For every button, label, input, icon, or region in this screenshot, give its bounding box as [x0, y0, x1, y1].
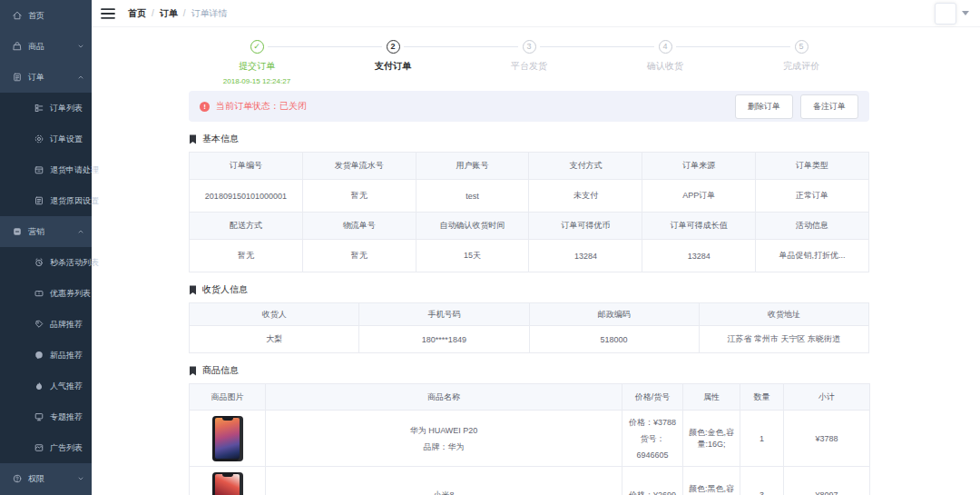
note-order-button[interactable]: 备注订单 [800, 94, 858, 119]
value-cell: test [416, 180, 529, 213]
header-cell: 订单来源 [642, 153, 756, 180]
product-subtotal-cell: ¥3788 [784, 411, 870, 467]
product-price-cell: 价格：¥3788 货号：6946605 [622, 411, 683, 467]
header-cell: 订单编号 [190, 153, 303, 180]
xiaomi-mi8-photo [212, 472, 243, 495]
value-cell: 暂无 [190, 240, 303, 272]
breadcrumb-separator: / [152, 8, 154, 18]
product-sn: 货号：6946605 [624, 431, 681, 463]
section-title: 基本信息 [202, 133, 239, 145]
chevron-down-icon [77, 43, 84, 50]
sidebar-item-coupons[interactable]: 优惠券列表 [0, 278, 92, 309]
sidebar-item-label: 订单 [28, 72, 44, 84]
order-status-text: 当前订单状态：已关闭 [216, 100, 307, 113]
step-date: 2018-09-15 12:24:27 [189, 77, 325, 85]
step-label: 平台发货 [461, 60, 597, 73]
sidebar-item-label: 秒杀活动列表 [50, 257, 99, 269]
section-consignee-info: 收货人信息 [189, 283, 869, 296]
product-image-cell [190, 467, 266, 495]
sidebar-item-label: 营销 [28, 226, 44, 238]
header-cell: 收货地址 [699, 303, 868, 326]
gear-icon [34, 134, 44, 144]
header-cell: 手机号码 [359, 303, 529, 326]
step-label: 完成评价 [733, 60, 869, 73]
sidebar-item-home[interactable]: 首页 [0, 0, 92, 31]
sidebar-item-new-recommend[interactable]: 新品推荐 [0, 340, 92, 371]
product-name-cell: 小米8 [266, 467, 622, 495]
table-header-row: 订单编号 发货单流水号 用户账号 支付方式 订单来源 订单类型 [190, 153, 869, 180]
avatar[interactable] [935, 3, 956, 25]
sidebar-item-return-reason[interactable]: 退货原因设置 [0, 185, 92, 216]
product-qty-cell: 3 [740, 467, 784, 495]
header-cell: 自动确认收货时间 [416, 213, 529, 240]
sidebar-item-label: 订单设置 [50, 134, 83, 145]
sidebar-item-flash-sale[interactable]: 秒杀活动列表 [0, 247, 92, 278]
user-dropdown[interactable] [935, 3, 969, 25]
sidebar-item-brand-recommend[interactable]: 品牌推荐 [0, 309, 92, 340]
phone-cell: 180****1849 [359, 326, 529, 353]
sidebar-item-label: 商品 [28, 41, 44, 53]
address-cell: 江苏省 常州市 天宁区 东晓街道 [699, 326, 868, 353]
delete-order-button[interactable]: 删除订单 [735, 94, 793, 119]
alert-icon: ! [200, 102, 210, 112]
section-title: 收货人信息 [202, 283, 248, 296]
sidebar-item-goods[interactable]: 商品 [0, 31, 92, 62]
sidebar-item-label: 广告列表 [50, 442, 83, 454]
sidebar-item-ad-list[interactable]: 广告列表 [0, 432, 92, 463]
breadcrumb-current: 订单详情 [191, 7, 228, 20]
section-title: 商品信息 [202, 364, 239, 377]
table-row: 大梨 180****1849 518000 江苏省 常州市 天宁区 东晓街道 [190, 326, 869, 353]
sidebar-item-label: 品牌推荐 [50, 319, 83, 331]
sidebar-item-orders[interactable]: 订单 [0, 62, 92, 93]
chevron-down-icon [77, 475, 84, 482]
alarm-clock-icon [34, 257, 44, 268]
product-subtotal-cell: ¥8097 [784, 467, 870, 495]
sidebar-item-hot-recommend[interactable]: 人气推荐 [0, 371, 92, 401]
home-icon [12, 10, 23, 21]
step-number: 2 [387, 40, 400, 54]
sidebar-item-return-apply[interactable]: 退货申请处理 [0, 154, 92, 185]
sidebar-item-topic-recommend[interactable]: 专题推荐 [0, 401, 92, 432]
value-cell: 13284 [529, 240, 642, 272]
product-price: 价格：¥3788 [624, 414, 681, 431]
product-qty-cell: 1 [740, 411, 784, 467]
header-cell: 邮政编码 [529, 303, 699, 326]
sidebar-item-order-list[interactable]: 订单列表 [0, 93, 92, 124]
hamburger-icon[interactable] [101, 7, 115, 20]
table-row: 暂无 暂无 15天 13284 13284 单品促销,打折优... [190, 240, 869, 272]
product-attrs-cell: 颜色:金色,容量:16G; [683, 411, 740, 467]
header-cell: 用户账号 [416, 153, 529, 180]
step-label: 提交订单 [189, 60, 325, 73]
breadcrumb-home[interactable]: 首页 [128, 7, 146, 20]
breadcrumb-orders[interactable]: 订单 [160, 7, 178, 20]
sidebar-item-label: 专题推荐 [50, 411, 83, 423]
sidebar-item-marketing[interactable]: 营销 [0, 216, 92, 247]
check-icon: ✓ [250, 40, 264, 54]
product-price: 价格：¥2699 [624, 487, 681, 495]
breadcrumb-separator: / [183, 8, 186, 18]
flame-icon [34, 381, 44, 391]
header-cell: 商品图片 [190, 384, 266, 411]
bookmark-icon [189, 366, 197, 376]
product-attrs-cell: 颜色:黑色,容量 [683, 467, 740, 495]
value-cell: 未支付 [529, 180, 642, 213]
tag-icon [34, 319, 44, 330]
sidebar-item-order-settings[interactable]: 订单设置 [0, 124, 92, 154]
product-price-cell: 价格：¥2699 [622, 467, 683, 495]
sidebar-item-permissions[interactable]: 权限 [0, 463, 92, 494]
step-platform-ship: 3 平台发货 [461, 40, 597, 84]
step-pay-order: 2 支付订单 [325, 40, 461, 84]
product-brand: 品牌：华为 [268, 439, 620, 455]
order-sn-cell: 201809150101000001 [190, 180, 303, 213]
consignee-table: 收货人 手机号码 邮政编码 收货地址 大梨 180****1849 518000… [189, 302, 869, 353]
chevron-up-icon [77, 74, 84, 81]
monitor-icon [34, 411, 44, 422]
product-image-cell [190, 411, 266, 467]
product-name-cell: 华为 HUAWEI P20 品牌：华为 [266, 411, 622, 467]
step-submit-order: ✓ 提交订单 2018-09-15 12:24:27 [189, 40, 325, 84]
sidebar-item-label: 订单列表 [50, 103, 83, 114]
question-circle-icon [12, 473, 23, 484]
header-cell: 数量 [740, 384, 784, 411]
breadcrumb: 首页 / 订单 / 订单详情 [128, 7, 228, 20]
main-area: 首页 / 订单 / 订单详情 ✓ 提交订单 2018-09-15 12:24:2… [92, 0, 980, 495]
